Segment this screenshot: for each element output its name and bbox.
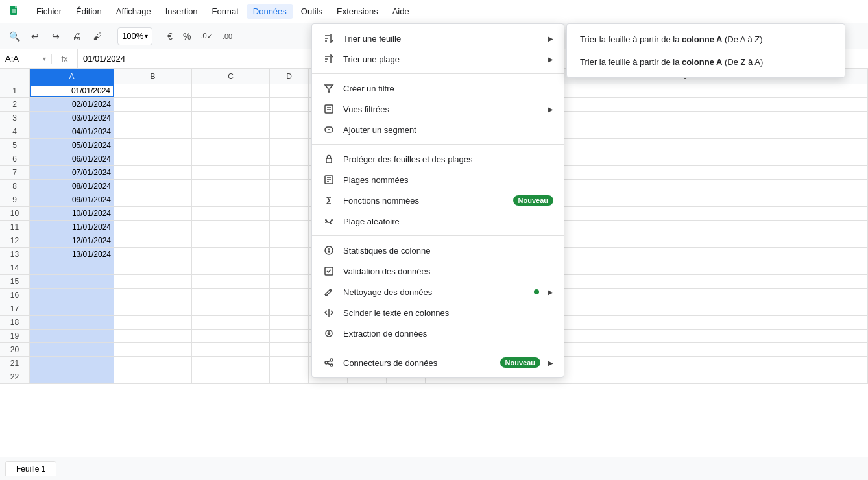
menu-aide[interactable]: Aide	[386, 4, 416, 19]
cell[interactable]	[192, 139, 270, 152]
submenu-sort-za[interactable]: Trier la feuille à partir de la colonne …	[567, 51, 845, 73]
cell[interactable]	[30, 330, 114, 342]
cell[interactable]	[270, 316, 309, 329]
row-number[interactable]: 9	[0, 193, 30, 206]
cell[interactable]	[192, 261, 270, 274]
menu-item-trier-plage[interactable]: Trier une plage ▶	[312, 49, 564, 69]
cell[interactable]	[270, 357, 309, 370]
col-header-d[interactable]: D	[270, 69, 309, 84]
percent-button[interactable]: %	[179, 27, 195, 45]
cell[interactable]	[114, 343, 192, 356]
cell[interactable]: 04/01/2024	[30, 125, 114, 138]
cell[interactable]	[270, 84, 309, 97]
cell[interactable]	[192, 370, 270, 383]
cell[interactable]	[192, 343, 270, 356]
cell[interactable]: 06/01/2024	[30, 152, 114, 165]
cell[interactable]	[270, 139, 309, 152]
row-number[interactable]: 16	[0, 289, 30, 302]
cell[interactable]	[192, 180, 270, 193]
cell[interactable]: 05/01/2024	[30, 139, 114, 152]
cell[interactable]	[270, 112, 309, 125]
menu-item-plage-aleatoire[interactable]: Plage aléatoire	[312, 211, 564, 232]
row-number[interactable]: 17	[0, 302, 30, 315]
row-number[interactable]: 12	[0, 234, 30, 247]
cell[interactable]	[114, 316, 192, 329]
cell[interactable]	[30, 316, 114, 329]
cell[interactable]	[192, 289, 270, 302]
cell[interactable]	[114, 261, 192, 274]
cell[interactable]	[192, 330, 270, 342]
print-button[interactable]: 🖨	[67, 27, 86, 45]
menu-item-validation[interactable]: Validation des données	[312, 261, 564, 282]
cell[interactable]	[270, 302, 309, 315]
currency-button[interactable]: €	[163, 27, 176, 45]
cell[interactable]	[30, 302, 114, 315]
cell[interactable]	[192, 98, 270, 111]
row-number[interactable]: 19	[0, 330, 30, 342]
cell[interactable]	[192, 207, 270, 220]
cell[interactable]	[270, 180, 309, 193]
cell[interactable]	[114, 84, 192, 97]
submenu-sort-az[interactable]: Trier la feuille à partir de la colonne …	[567, 28, 845, 51]
redo-button[interactable]: ↪	[47, 27, 65, 45]
cell[interactable]: 10/01/2024	[30, 207, 114, 220]
cell[interactable]	[270, 289, 309, 302]
cell[interactable]: 07/01/2024	[30, 166, 114, 179]
row-number[interactable]: 11	[0, 221, 30, 234]
cell[interactable]	[30, 357, 114, 370]
menu-item-connecteurs[interactable]: Connecteurs de données Nouveau ▶	[312, 352, 564, 373]
cell[interactable]	[270, 261, 309, 274]
cell[interactable]	[114, 98, 192, 111]
cell[interactable]	[114, 139, 192, 152]
row-number[interactable]: 13	[0, 248, 30, 261]
cell[interactable]: 12/01/2024	[30, 234, 114, 247]
menu-item-vues-filtrees[interactable]: Vues filtrées ▶	[312, 99, 564, 119]
col-header-c[interactable]: C	[192, 69, 270, 84]
cell[interactable]: 09/01/2024	[30, 193, 114, 206]
cell[interactable]: 02/01/2024	[30, 98, 114, 111]
row-number[interactable]: 3	[0, 112, 30, 125]
cell[interactable]	[192, 221, 270, 234]
row-number[interactable]: 7	[0, 166, 30, 179]
cell[interactable]	[192, 316, 270, 329]
cell[interactable]	[270, 166, 309, 179]
cell[interactable]	[114, 125, 192, 138]
cell[interactable]	[114, 357, 192, 370]
menu-donnees[interactable]: Données	[247, 4, 293, 19]
cell[interactable]	[192, 166, 270, 179]
cell[interactable]	[114, 330, 192, 342]
row-number[interactable]: 14	[0, 261, 30, 274]
cell[interactable]: 01/01/2024	[30, 84, 114, 97]
cell[interactable]	[192, 125, 270, 138]
menu-edition[interactable]: Édition	[69, 4, 108, 19]
row-number[interactable]: 5	[0, 139, 30, 152]
cell[interactable]	[192, 84, 270, 97]
cell[interactable]	[30, 275, 114, 288]
menu-affichage[interactable]: Affichage	[110, 4, 158, 19]
cell[interactable]	[192, 193, 270, 206]
cell[interactable]	[270, 370, 309, 383]
cell[interactable]	[192, 357, 270, 370]
cell[interactable]	[270, 330, 309, 342]
search-button[interactable]: 🔍	[5, 27, 23, 45]
paint-format-button[interactable]: 🖌	[88, 27, 106, 45]
row-number[interactable]: 8	[0, 180, 30, 193]
cell[interactable]	[114, 248, 192, 261]
cell[interactable]	[114, 275, 192, 288]
cell-reference[interactable]: A:A ▾	[0, 54, 52, 64]
row-number[interactable]: 20	[0, 343, 30, 356]
cell[interactable]	[270, 125, 309, 138]
cell[interactable]	[192, 275, 270, 288]
sheet-tab-1[interactable]: Feuille 1	[5, 461, 56, 476]
cell[interactable]	[114, 302, 192, 315]
cell[interactable]	[270, 98, 309, 111]
cell[interactable]	[270, 234, 309, 247]
menu-extensions[interactable]: Extensions	[330, 4, 385, 19]
decrease-decimals-button[interactable]: .0↙	[198, 27, 216, 45]
menu-format[interactable]: Format	[206, 4, 245, 19]
menu-outils[interactable]: Outils	[295, 4, 329, 19]
cell[interactable]	[270, 152, 309, 165]
cell[interactable]	[270, 207, 309, 220]
menu-insertion[interactable]: Insertion	[159, 4, 204, 19]
cell[interactable]	[114, 180, 192, 193]
